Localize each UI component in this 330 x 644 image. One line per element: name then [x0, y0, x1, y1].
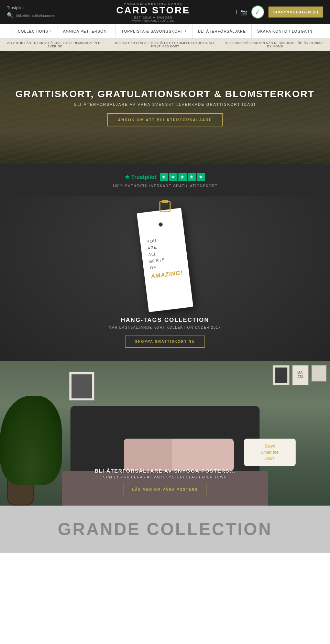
wall-photo-img [72, 374, 92, 398]
nav-account-label: Skapa konto / Logga in [257, 29, 312, 33]
brand-center: PREMIUM GREETING CARDS CARD STORE EST. 2… [116, 2, 190, 22]
wall-art-frames: MAIATA [273, 365, 327, 385]
poster-cta-button[interactable]: LÄS MER OM VÅRA POSTERS [123, 484, 207, 495]
poster-subtitle: SOM DISTRIBUERAS AV VÅRT SYSTERBOLAG PAP… [0, 475, 330, 479]
card-line-amazing: AMAZING! [151, 269, 183, 280]
svg-rect-16 [162, 200, 168, 203]
search-input[interactable] [15, 13, 70, 18]
trustpilot-section: ★ Trustpilot ★ ★ ★ ★ ★ 100% SVENSKTILLVE… [0, 164, 330, 196]
hero-cta-button[interactable]: ANSÖK OM ATT BLI ÅTERFÖRSÄLJARE [107, 113, 223, 126]
trustpilot-stars: ★ ★ ★ ★ ★ [160, 173, 205, 181]
trust-badge: ✓ [251, 5, 264, 19]
nav-item-account[interactable]: Skapa konto / Logga in [252, 24, 318, 38]
nav-annica-label: ANNICA PETTERSON [63, 29, 107, 33]
frame-1-img [275, 368, 287, 383]
brand-url: WWW.THECARDSTORE.SE [116, 19, 190, 22]
hangtag-card-text: YOU ARE ALL SORTS OF AMAZING! [146, 235, 183, 280]
binder-clip-svg [155, 200, 175, 214]
brand-est: EST. 2010 ✦ SWEDEN [116, 16, 190, 19]
cart-button[interactable]: SHOPPINGBAGEN (0) [268, 7, 323, 18]
social-icons: f 📷 [236, 9, 247, 15]
star-4: ★ [188, 173, 196, 181]
hangtag-title: HANG-TAGS COLLECTION [7, 317, 323, 324]
hangtag-wrapper: YOU ARE ALL SORTS OF AMAZING! [143, 210, 187, 310]
hangtag-subtitle: VÅR BÄSTSÄLJANDE KORT-KOLLEKTION UNDER 2… [7, 326, 323, 329]
brand-name: CARD STORE [116, 5, 190, 15]
info-text-3: VI BJUDER PÅ FRAKTEN NÄR NI HANDLAR FÖR … [225, 41, 325, 48]
hangtag-cta-button[interactable]: SHOPPA GRATTISKORT NU [125, 336, 205, 348]
trustpilot-label: Trustpilot [7, 5, 70, 10]
top-bar-right: f 📷 ✓ SHOPPINGBAGEN (0) [236, 5, 323, 19]
hero-title: GRATTISKORT, GRATULATIONSKORT & BLOMSTER… [15, 89, 315, 100]
poster-title: BLI ÅTERFÖRSÄLJARE AV SNYGGA POSTERS... [0, 468, 330, 474]
facebook-icon[interactable]: f [236, 9, 237, 15]
nav-item-annica[interactable]: ANNICA PETTERSON + [57, 24, 116, 38]
text-pillow: Sleepunder theStars [244, 439, 296, 466]
hero-content: GRATTISKORT, GRATULATIONSKORT & BLOMSTER… [9, 82, 321, 133]
info-bar: ALLA KORT ÄR TRYCKTA PÅ KRAFTIGT PREMIUM… [0, 38, 330, 51]
nav-bar: COLLECTIONS + ANNICA PETTERSON + TOPPLIS… [0, 24, 330, 38]
pillow-pink-right [172, 439, 234, 471]
pillow-text: Sleepunder theStars [261, 443, 279, 462]
grande-title: GRANDE COLLECTION [7, 519, 323, 539]
nav-item-aterforsaljare[interactable]: BLI ÅTERFÖRSÄLJARE [192, 24, 252, 38]
instagram-icon[interactable]: 📷 [240, 9, 247, 15]
poster-section: MAIATA Sleepunder theStars BLI ÅTERFÖRSÄ… [0, 361, 330, 506]
info-item-1: ALLA KORT ÄR TRYCKTA PÅ KRAFTIGT PREMIUM… [0, 38, 110, 51]
frame-2: MAIATA [292, 365, 309, 385]
nav-item-collections[interactable]: COLLECTIONS + [12, 24, 57, 38]
search-icon: 🔍 [7, 12, 14, 19]
hangtag-hole [158, 222, 163, 227]
nav-collections-plus: + [49, 29, 52, 33]
info-item-3: VI BJUDER PÅ FRAKTEN NÄR NI HANDLAR FÖR … [220, 38, 330, 51]
search-area: 🔍 [7, 12, 70, 19]
trustpilot-text: 100% SVENSKTILLVERKADE GRATULATIONSKORT [9, 184, 321, 188]
top-bar: Trustpilot 🔍 PREMIUM GREETING CARDS CARD… [0, 0, 330, 24]
nav-topplista-plus: + [184, 29, 187, 33]
top-bar-left: Trustpilot 🔍 [7, 5, 70, 19]
trustpilot-logo: ★ Trustpilot [125, 174, 156, 180]
hangtag-section: YOU ARE ALL SORTS OF AMAZING! HANG-TAGS … [0, 196, 330, 361]
trustpilot-row: ★ Trustpilot ★ ★ ★ ★ ★ [9, 173, 321, 181]
nav-collections-label: COLLECTIONS [18, 29, 48, 33]
grande-section: GRANDE COLLECTION [0, 506, 330, 553]
info-item-2[interactable]: KLICKA HÄR FÖR ATT BESTÄLLA ETT KOMPLETT… [110, 38, 220, 51]
nav-item-topplista[interactable]: TOPPLISTA & SÄSONGSKORT + [116, 24, 192, 38]
trust-check-icon: ✓ [255, 8, 261, 16]
star-3: ★ [178, 173, 187, 181]
hangtag-text-content: HANG-TAGS COLLECTION VÅR BÄSTSÄLJANDE KO… [0, 310, 330, 361]
hangtag-display: YOU ARE ALL SORTS OF AMAZING! [0, 196, 330, 310]
star-5: ★ [197, 173, 205, 181]
frame-3 [311, 365, 327, 382]
star-1: ★ [160, 173, 168, 181]
info-text-2: KLICKA HÄR FÖR ATT BESTÄLLA ETT KOMPLETT… [115, 41, 215, 48]
hangtag-card: YOU ARE ALL SORTS OF AMAZING! [137, 208, 193, 312]
wall-photo-left [69, 372, 95, 401]
nav-aterforsaljare-label: BLI ÅTERFÖRSÄLJARE [198, 29, 246, 33]
frame-1 [273, 365, 290, 385]
nav-topplista-label: TOPPLISTA & SÄSONGSKORT [121, 29, 183, 33]
star-2: ★ [169, 173, 177, 181]
info-text-1: ALLA KORT ÄR TRYCKTA PÅ KRAFTIGT PREMIUM… [7, 41, 103, 48]
poster-text-content: BLI ÅTERFÖRSÄLJARE AV SNYGGA POSTERS... … [0, 468, 330, 495]
hero-subtitle: BLI ÅTERFÖRSÄLJARE AV VÅRA SVENSKTILLVER… [15, 102, 315, 106]
nav-annica-plus: + [108, 29, 110, 33]
hero-section: GRATTISKORT, GRATULATIONSKORT & BLOMSTER… [0, 51, 330, 164]
